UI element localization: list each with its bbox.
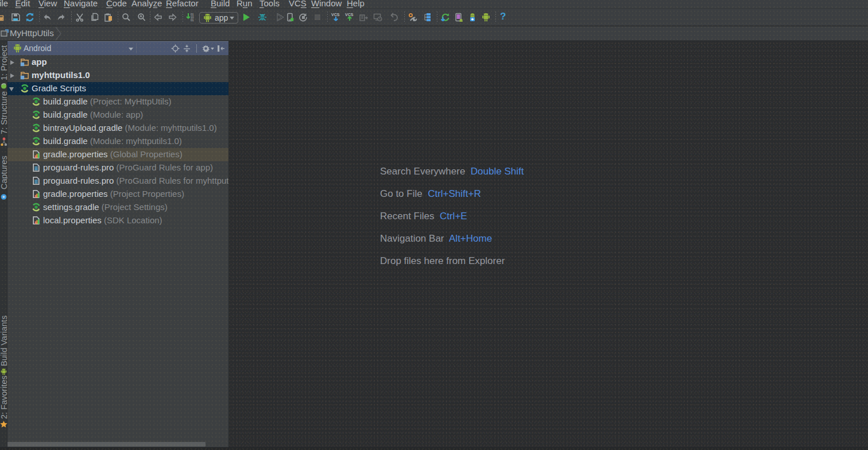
svg-text:01: 01	[191, 18, 194, 22]
svg-text:VCS: VCS	[331, 13, 340, 17]
svg-text:VCS: VCS	[345, 13, 354, 17]
